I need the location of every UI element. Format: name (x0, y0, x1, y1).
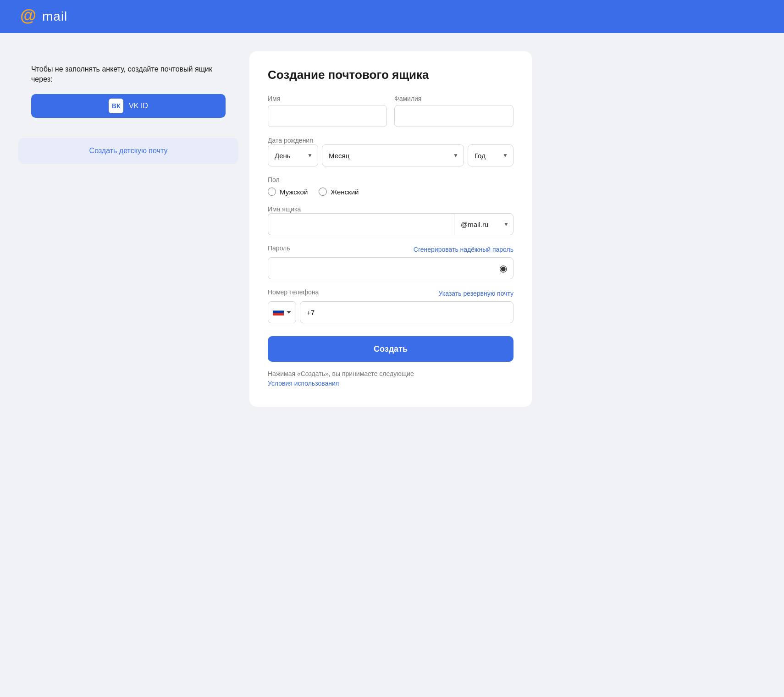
password-input-wrap: ◉ (268, 257, 513, 279)
gender-female-label[interactable]: Женский (319, 188, 359, 196)
gender-female-text: Женский (331, 188, 359, 196)
phone-country-button[interactable] (268, 301, 296, 323)
ru-flag-svg (273, 308, 284, 315)
registration-form: Создание почтового ящика Имя Фамилия Дат… (249, 51, 532, 407)
terms-prefix: Нажимая «Создать», вы принимаете следующ… (268, 370, 414, 377)
dob-row: День 12345678910111213141516171819202122… (268, 144, 513, 166)
email-domain-select[interactable]: @mail.ru (454, 213, 513, 235)
last-name-label: Фамилия (394, 95, 513, 102)
password-input[interactable] (268, 257, 513, 279)
first-name-group: Имя (268, 95, 387, 127)
first-name-label: Имя (268, 95, 387, 102)
vk-logo-icon: ВК (112, 102, 121, 110)
logo-icon: @ (18, 6, 39, 27)
year-select-wrap: Год 202420232022202120202019201820172016… (468, 144, 513, 166)
svg-rect-4 (273, 313, 284, 315)
svg-rect-2 (273, 308, 284, 310)
mailbox-label: Имя ящика (268, 205, 301, 213)
flag-chevron-icon (287, 311, 291, 314)
gender-male-radio[interactable] (268, 188, 276, 196)
terms-link[interactable]: Условия использования (268, 380, 339, 387)
child-email-label: Создать детскую почту (89, 147, 168, 155)
day-select-wrap: День 12345678910111213141516171819202122… (268, 144, 318, 166)
first-name-input[interactable] (268, 105, 387, 127)
last-name-group: Фамилия (394, 95, 513, 127)
svg-rect-3 (273, 310, 284, 313)
phone-label-row: Номер телефона Указать резервную почту (268, 288, 513, 299)
password-label: Пароль (268, 244, 290, 252)
gender-male-text: Мужской (280, 188, 308, 196)
gender-group: Пол Мужской Женский (268, 176, 513, 196)
form-title: Создание почтового ящика (268, 68, 513, 82)
header: @ mail (0, 0, 784, 33)
phone-input[interactable] (300, 301, 513, 323)
child-email-button[interactable]: Создать детскую почту (18, 138, 238, 164)
mailbox-input[interactable] (268, 213, 454, 235)
password-group: Пароль Сгенерировать надёжный пароль ◉ (268, 244, 513, 279)
phone-input-row (268, 301, 513, 323)
mailbox-group: Имя ящика @mail.ru ▼ (268, 205, 513, 235)
month-select-wrap: Месяц ЯнварьФевральМартАпрельМайИюньИюль… (322, 144, 464, 166)
gender-label: Пол (268, 176, 280, 183)
vk-icon: ВК (109, 99, 123, 113)
vk-card-text: Чтобы не заполнять анкету, создайте почт… (31, 64, 226, 85)
mailbox-input-row: @mail.ru ▼ (268, 213, 513, 235)
password-label-row: Пароль Сгенерировать надёжный пароль (268, 244, 513, 254)
vk-button-label: VK ID (129, 102, 148, 110)
create-button[interactable]: Создать (268, 336, 513, 362)
dob-group: Дата рождения День 123456789101112131415… (268, 136, 513, 166)
vk-card: Чтобы не заполнять анкету, создайте почт… (18, 51, 238, 131)
day-select[interactable]: День 12345678910111213141516171819202122… (268, 144, 318, 166)
generate-password-link[interactable]: Сгенерировать надёжный пароль (414, 246, 513, 253)
terms-text: Нажимая «Создать», вы принимаете следующ… (268, 369, 513, 388)
reserve-email-link[interactable]: Указать резервную почту (439, 290, 513, 297)
logo-text: mail (42, 9, 67, 24)
year-select[interactable]: Год 202420232022202120202019201820172016… (468, 144, 513, 166)
name-row: Имя Фамилия (268, 95, 513, 127)
last-name-input[interactable] (394, 105, 513, 127)
svg-text:@: @ (20, 6, 36, 25)
email-domain-wrap: @mail.ru ▼ (454, 213, 513, 235)
gender-male-label[interactable]: Мужской (268, 188, 308, 196)
russia-flag-icon (273, 307, 284, 318)
logo: @ mail (18, 6, 67, 27)
month-select[interactable]: Месяц ЯнварьФевральМартАпрельМайИюньИюль… (322, 144, 464, 166)
dob-label: Дата рождения (268, 137, 313, 144)
create-button-label: Создать (374, 344, 408, 354)
eye-toggle-icon[interactable]: ◉ (499, 264, 507, 273)
gender-radio-row: Мужской Женский (268, 188, 513, 196)
main-content: Чтобы не заполнять анкету, создайте почт… (0, 33, 550, 425)
phone-label: Номер телефона (268, 288, 319, 296)
phone-group: Номер телефона Указать резервную почту (268, 288, 513, 323)
vk-id-button[interactable]: ВК VK ID (31, 94, 226, 118)
left-panel: Чтобы не заполнять анкету, создайте почт… (18, 51, 238, 407)
gender-female-radio[interactable] (319, 188, 327, 196)
